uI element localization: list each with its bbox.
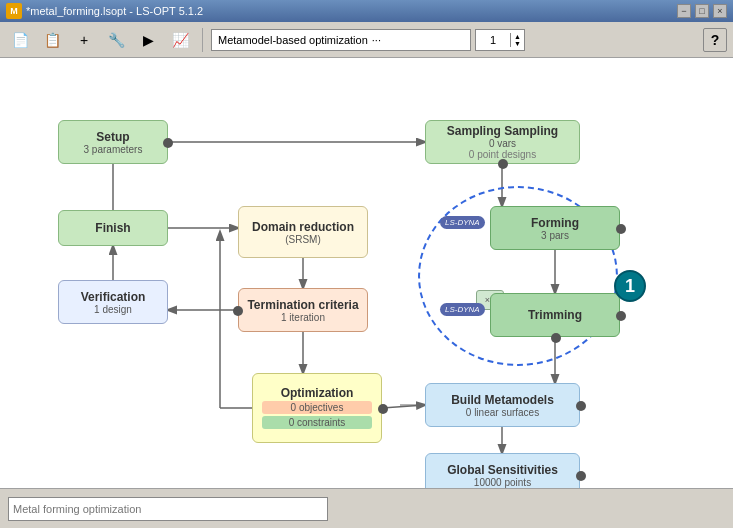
build-metamodels-node[interactable]: Build Metamodels 0 linear surfaces	[425, 383, 580, 427]
status-input[interactable]	[8, 497, 328, 521]
minimize-button[interactable]: −	[677, 4, 691, 18]
trimming-bottom-dot	[551, 333, 561, 343]
trimming-title: Trimming	[528, 308, 582, 322]
verification-subtitle: 1 design	[94, 304, 132, 315]
trimming-node[interactable]: Trimming	[490, 293, 620, 337]
spinner-down-button[interactable]: ▼	[511, 40, 524, 47]
add-button[interactable]: +	[70, 26, 98, 54]
build-metamodels-right-dot	[576, 401, 586, 411]
run-button[interactable]: ▶	[134, 26, 162, 54]
setup-title: Setup	[96, 130, 129, 144]
help-button[interactable]: ?	[703, 28, 727, 52]
setup-right-dot	[163, 138, 173, 148]
sampling-bottom-dot	[498, 159, 508, 169]
optimization-title: Optimization	[281, 386, 354, 400]
spinner-value: 1	[476, 34, 510, 46]
close-button[interactable]: ×	[713, 4, 727, 18]
build-metamodels-title: Build Metamodels	[451, 393, 554, 407]
method-dropdown[interactable]: Metamodel-based optimization ···	[211, 29, 471, 51]
main-canvas: Setup 3 parameters Finish Verification 1…	[0, 58, 733, 488]
toolbar-separator	[202, 28, 203, 52]
build-metamodels-subtitle: 0 linear surfaces	[466, 407, 539, 418]
title-bar: M *metal_forming.lsopt - LS-OPT 5.1.2 − …	[0, 0, 733, 22]
termination-node[interactable]: Termination criteria 1 iteration	[238, 288, 368, 332]
forming-node[interactable]: Forming 3 pars	[490, 206, 620, 250]
iteration-spinner[interactable]: 1 ▲ ▼	[475, 29, 525, 51]
circle-num: 1	[625, 276, 635, 297]
verification-node[interactable]: Verification 1 design	[58, 280, 168, 324]
setup-subtitle: 3 parameters	[84, 144, 143, 155]
sampling-subtitle: 0 vars	[489, 138, 516, 149]
domain-title: Domain reduction	[252, 220, 354, 234]
title-bar-left: M *metal_forming.lsopt - LS-OPT 5.1.2	[6, 3, 203, 19]
finish-node[interactable]: Finish	[58, 210, 168, 246]
new-file-button[interactable]: 📄	[6, 26, 34, 54]
forming-subtitle: 3 pars	[541, 230, 569, 241]
verification-title: Verification	[81, 290, 146, 304]
optimization-node[interactable]: Optimization 0 objectives 0 constraints	[252, 373, 382, 443]
termination-subtitle: 1 iteration	[281, 312, 325, 323]
app-icon: M	[6, 3, 22, 19]
title-bar-controls[interactable]: − □ ×	[677, 4, 727, 18]
global-sensitivities-node[interactable]: Global Sensitivities 10000 points	[425, 453, 580, 488]
method-dropdown-dots: ···	[372, 34, 381, 46]
window-title: *metal_forming.lsopt - LS-OPT 5.1.2	[26, 5, 203, 17]
lsdyna-forming-badge: LS-DYNA	[440, 216, 485, 229]
domain-subtitle: (SRSM)	[285, 234, 321, 245]
status-bar	[0, 488, 733, 528]
trimming-right-dot	[616, 311, 626, 321]
lsdyna-trimming-badge: LS-DYNA	[440, 303, 485, 316]
setup-node[interactable]: Setup 3 parameters	[58, 120, 168, 164]
global-sens-subtitle: 10000 points	[474, 477, 531, 488]
maximize-button[interactable]: □	[695, 4, 709, 18]
finish-title: Finish	[95, 221, 130, 235]
sampling-node[interactable]: Sampling Sampling 0 vars 0 point designs	[425, 120, 580, 164]
open-file-button[interactable]: 📋	[38, 26, 66, 54]
termination-title: Termination criteria	[247, 298, 358, 312]
sampling-title: Sampling Sampling	[447, 124, 558, 138]
global-sens-title: Global Sensitivities	[447, 463, 558, 477]
method-dropdown-label: Metamodel-based optimization	[218, 34, 368, 46]
spinner-arrows[interactable]: ▲ ▼	[510, 33, 524, 47]
forming-title: Forming	[531, 216, 579, 230]
tools-button[interactable]: 🔧	[102, 26, 130, 54]
forming-right-dot	[616, 224, 626, 234]
chart-button[interactable]: 📈	[166, 26, 194, 54]
iteration-circle-badge: 1	[614, 270, 646, 302]
spinner-up-button[interactable]: ▲	[511, 33, 524, 40]
svg-line-8	[382, 405, 425, 408]
objectives-badge: 0 objectives	[262, 401, 372, 414]
constraints-badge: 0 constraints	[262, 416, 372, 429]
optimization-right-dot	[378, 404, 388, 414]
global-sens-right-dot	[576, 471, 586, 481]
termination-left-dot	[233, 306, 243, 316]
domain-node[interactable]: Domain reduction (SRSM)	[238, 206, 368, 258]
workflow-canvas[interactable]: Setup 3 parameters Finish Verification 1…	[0, 58, 733, 488]
toolbar: 📄 📋 + 🔧 ▶ 📈 Metamodel-based optimization…	[0, 22, 733, 58]
